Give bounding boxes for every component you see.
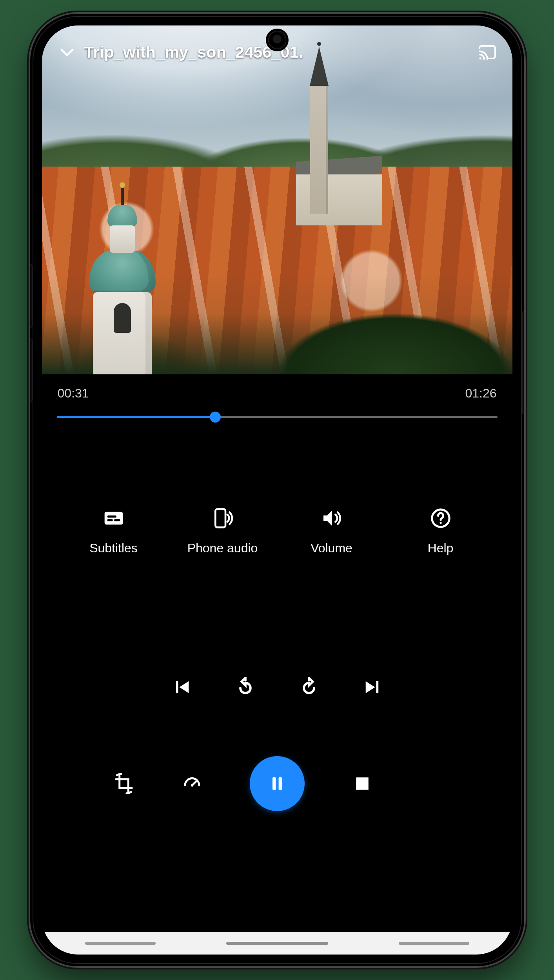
svg-point-0 [479,57,481,59]
skip-next-icon [362,677,383,697]
phone-audio-label: Phone audio [187,541,258,555]
help-icon [430,507,452,529]
help-button[interactable]: Help [401,507,480,555]
rotate-crop-button[interactable] [113,773,134,794]
video-frame[interactable]: Trip_with_my_son_2456_01. [42,25,512,374]
svg-rect-12 [278,777,282,790]
svg-rect-13 [356,777,369,790]
subtitles-button[interactable]: Subtitles [74,507,153,555]
subtitles-icon [103,507,125,529]
volume-button[interactable]: Volume [292,507,371,555]
svg-rect-4 [107,515,116,518]
cast-icon[interactable] [478,43,497,62]
svg-rect-9 [376,681,378,693]
forward-icon [299,677,319,697]
seek-bar[interactable] [57,409,498,425]
replay-icon [235,677,256,697]
phone-audio-icon [212,507,234,529]
svg-point-10 [191,784,193,786]
rotate-crop-icon [113,773,134,794]
stop-icon [352,773,373,794]
rewind-button[interactable] [235,677,256,697]
speed-icon [182,773,203,794]
gesture-navigation-bar[interactable] [42,932,512,955]
svg-rect-3 [114,519,120,521]
phone-volume-up-button [30,265,32,327]
front-camera-punch-hole [268,31,286,49]
pause-button[interactable] [250,756,305,811]
volume-label: Volume [311,541,352,555]
svg-rect-5 [215,509,225,528]
svg-point-7 [440,522,441,524]
subtitles-label: Subtitles [89,541,138,555]
playback-speed-button[interactable] [182,773,203,794]
elapsed-time: 00:31 [58,386,89,401]
skip-previous-icon [172,677,192,697]
collapse-icon[interactable] [58,43,76,62]
player-controls: 00:31 01:26 [42,374,512,932]
forward-button[interactable] [299,677,319,697]
stop-button[interactable] [352,773,373,794]
help-label: Help [428,541,454,555]
phone-volume-down-button [30,339,32,402]
svg-rect-2 [107,519,113,521]
total-duration: 01:26 [465,386,496,401]
next-track-button[interactable] [362,677,383,697]
pause-icon [268,774,287,793]
screen: Trip_with_my_son_2456_01. 00:3 [42,25,512,955]
volume-icon [321,507,343,529]
phone-power-button [523,312,524,414]
svg-rect-8 [176,681,178,693]
previous-track-button[interactable] [172,677,192,697]
svg-rect-11 [272,777,276,790]
phone-audio-button[interactable]: Phone audio [183,507,262,555]
phone-frame: Trip_with_my_son_2456_01. 00:3 [30,14,524,966]
svg-rect-1 [104,512,123,525]
